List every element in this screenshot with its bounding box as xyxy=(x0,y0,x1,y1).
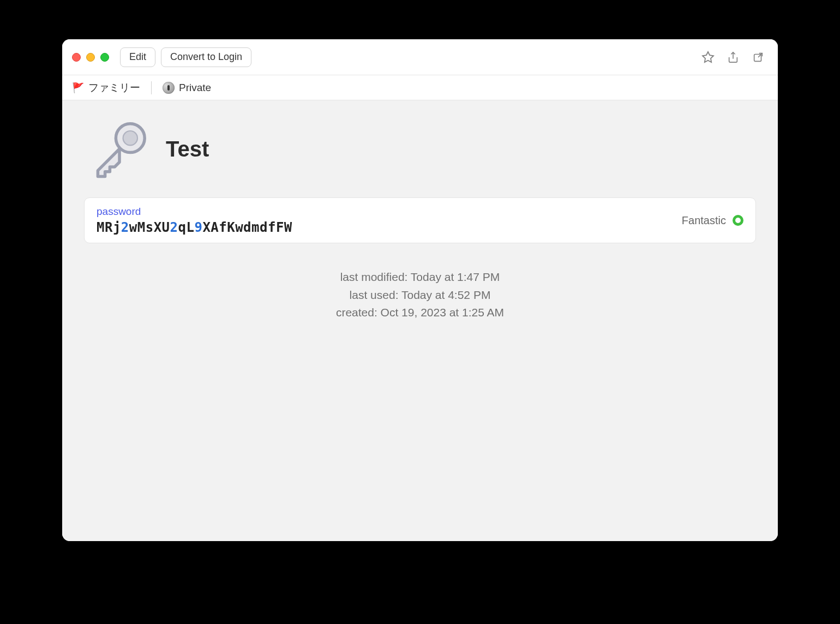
favorite-button[interactable] xyxy=(698,47,718,67)
flag-icon: 🚩 xyxy=(72,82,84,94)
open-external-icon xyxy=(752,51,764,63)
password-field[interactable]: password MRj2wMsXU2qL9XAfKwdmdfFW Fantas… xyxy=(84,197,756,243)
titlebar: Edit Convert to Login xyxy=(62,39,778,75)
minimize-window-button[interactable] xyxy=(86,53,95,62)
open-external-button[interactable] xyxy=(748,47,768,67)
breadcrumb-vault-label: Private xyxy=(179,82,211,94)
window-controls xyxy=(72,53,109,62)
item-metadata: last modified: Today at 1:47 PM last use… xyxy=(62,268,778,322)
convert-to-login-button[interactable]: Convert to Login xyxy=(161,47,251,67)
password-strength-label: Fantastic xyxy=(682,214,726,227)
share-icon xyxy=(727,51,739,64)
breadcrumb-vault[interactable]: Private xyxy=(163,82,211,94)
vault-icon xyxy=(163,82,175,94)
key-icon xyxy=(89,119,149,179)
edit-button[interactable]: Edit xyxy=(120,47,155,67)
breadcrumb-separator xyxy=(151,81,152,94)
zoom-window-button[interactable] xyxy=(100,53,109,62)
item-title: Test xyxy=(166,137,209,161)
close-window-button[interactable] xyxy=(72,53,81,62)
password-field-value: MRj2wMsXU2qL9XAfKwdmdfFW xyxy=(97,220,292,235)
item-detail: Test password MRj2wMsXU2qL9XAfKwdmdfFW F… xyxy=(62,100,778,541)
star-icon xyxy=(701,51,715,64)
password-field-label: password xyxy=(97,206,292,218)
item-header: Test xyxy=(62,100,778,197)
last-modified-text: last modified: Today at 1:47 PM xyxy=(62,268,778,286)
item-category-icon xyxy=(89,119,149,179)
svg-marker-0 xyxy=(703,52,713,62)
breadcrumb: 🚩 ファミリー Private xyxy=(62,75,778,100)
password-strength-indicator-icon xyxy=(733,215,743,226)
password-manager-window: Edit Convert to Login 🚩 ファミリー Private xyxy=(62,39,778,541)
last-used-text: last used: Today at 4:52 PM xyxy=(62,286,778,304)
svg-point-4 xyxy=(123,131,137,145)
created-text: created: Oct 19, 2023 at 1:25 AM xyxy=(62,304,778,322)
breadcrumb-account[interactable]: 🚩 ファミリー xyxy=(72,81,140,95)
breadcrumb-account-label: ファミリー xyxy=(88,81,140,95)
share-button[interactable] xyxy=(723,47,743,67)
